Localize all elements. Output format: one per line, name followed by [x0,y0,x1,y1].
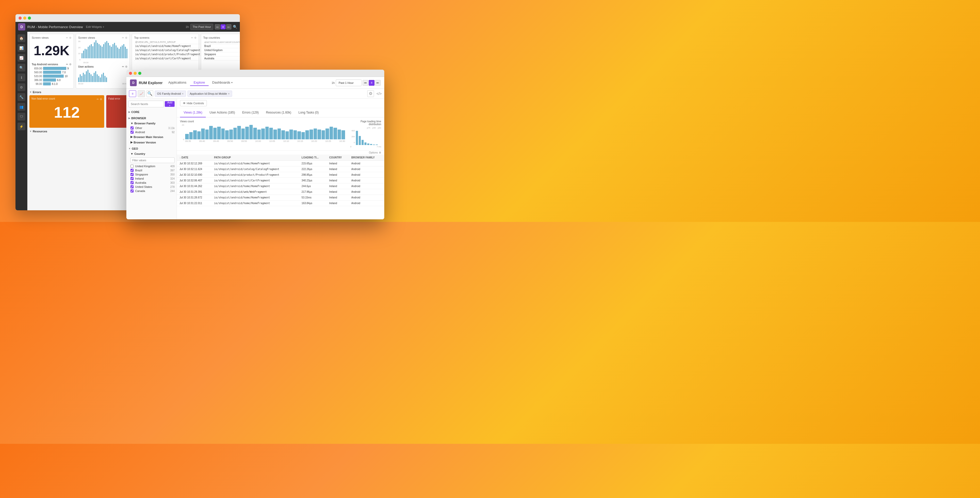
views-xaxis: 09:3509:4009:4509:50 09:5510:0010:0510:1… [185,140,345,142]
close-btn-2[interactable] [129,72,132,75]
date-cell: Jul 30 10:31:44.262 [177,184,212,189]
more-icon[interactable]: ⚙ [69,37,72,39]
android-version-row-4: 386.00 6.0 [32,78,72,81]
sidebar-tools[interactable]: 🔧 [18,93,25,101]
sidebar-dashboard[interactable]: 📊 [18,44,25,52]
browser-version-subsection[interactable]: ▶ Browser Version [126,140,177,145]
country-filter-input[interactable] [130,157,175,163]
th-browser[interactable]: BROWSER FAMILY [349,155,384,161]
settings-btn-2[interactable]: ⚙ [367,90,374,97]
th-date[interactable]: ↓ DATE [177,155,212,161]
screen-views-big-card: Screen views ✏ ⚙ 1.29K Top Android versi… [29,34,74,88]
chart-view-btn[interactable]: 📈 [138,90,145,97]
country-brazil-checkbox[interactable] [130,169,134,172]
app-filter-pill[interactable]: Application Id:Shop.ist Mobile × [188,91,232,97]
table-row[interactable]: Jul 30 10:31:44.262 io/shopist/android/h… [177,184,384,189]
add-facet-btn[interactable]: Add + [165,101,175,107]
pause-btn[interactable]: ⏸ [221,24,226,29]
bar [274,129,277,140]
table-row[interactable]: Jul 30 10:32:11.624 io/shopist/android/c… [177,166,384,172]
tab-views[interactable]: Views (1.28k) [180,108,206,117]
table-row: Singapore137 [203,53,240,56]
th-loading[interactable]: LOADING TI... [299,155,326,161]
close-btn-1[interactable] [19,16,22,20]
browser-header[interactable]: ▶ BROWSER [126,116,177,121]
facet-search-row: Add + [129,101,175,107]
sidebar-settings[interactable]: ⚙ [18,83,25,91]
tab-errors[interactable]: Errors (129) [239,108,262,117]
country-ireland-name: Ireland [135,177,144,180]
country-australia-count: 303 [170,181,175,184]
facets-sidebar: Add + ▶ CORE ▶ BROWSER ▼ Browser [126,99,177,219]
minimize-btn-2[interactable] [134,72,137,75]
card-actions-1: ✏ ⚙ [66,37,72,39]
minimize-btn-1[interactable] [23,16,26,20]
tab-resources[interactable]: Resources (1.60k) [262,108,295,117]
views-bars-container: 09:3509:4009:4509:50 09:5510:0010:0510:1… [185,124,345,142]
nav-dashboards[interactable]: Dashboards ▾ [208,80,236,86]
th-country[interactable]: COUNTRY [326,155,349,161]
country-ireland-checkbox[interactable] [130,177,134,180]
android-version-row-2: 560.00 7.0 [32,71,72,74]
maximize-btn-1[interactable] [28,16,31,20]
options-label[interactable]: Options [369,151,378,154]
country-canada-checkbox[interactable] [130,189,134,193]
bar [342,130,345,139]
browser-family-android-checkbox[interactable] [130,131,134,134]
tab-long-tasks[interactable]: Long Tasks (0) [295,108,322,117]
code-btn[interactable]: </> [377,92,382,96]
sidebar-info[interactable]: ℹ [18,73,25,81]
sidebar-search[interactable]: 🔍 [18,64,25,72]
app-filter-remove[interactable]: × [228,92,229,95]
browser-family-other-checkbox[interactable] [130,126,134,129]
geo-header[interactable]: ▼ GEO [126,146,177,151]
facet-search-input[interactable] [129,101,164,107]
os-filter-pill[interactable]: OS Family:Android × [155,91,186,97]
table-row[interactable]: Jul 30 10:32:10.690 io/shopist/android/p… [177,172,384,178]
search-btn-2[interactable]: 🔍 [146,90,153,97]
browser-main-version-subsection[interactable]: ▶ Browser Main Version [126,134,177,140]
edit-widgets-btn[interactable]: Edit Widgets + [86,25,104,29]
table-row[interactable]: Jul 30 10:31:22.011 io/shopist/android/h… [177,201,384,206]
sidebar-charts[interactable]: 📈 [18,54,25,62]
country-uk-checkbox[interactable] [130,164,134,168]
views-chart-content: 200 09:3509:4009:4509:50 09:5510:0010:05… [180,124,345,142]
table-row[interactable]: Jul 30 10:32:12.269 io/shopist/android/h… [177,161,384,166]
country-subsection[interactable]: ▼ Country [126,151,177,156]
nav-applications[interactable]: Applications [165,80,190,86]
next-btn[interactable]: ⏭ [226,24,231,29]
list-view-btn[interactable]: ≡ [129,90,136,97]
country-australia-checkbox[interactable] [130,181,134,184]
tab-user-actions[interactable]: User Actions (185) [206,108,239,117]
table-row[interactable]: Jul 30 10:31:29.391 io/shopist/android/w… [177,189,384,195]
hide-controls-btn[interactable]: 👁 Hide Controls [180,100,207,106]
sidebar-bolt[interactable]: ⚡ [18,123,25,130]
browser-cell: Android [349,201,384,206]
search-btn[interactable]: 🔍 [233,25,237,29]
maximize-btn-2[interactable] [138,72,141,75]
browser-family-subsection[interactable]: ▼ Browser Family [126,121,177,126]
time-label-2[interactable]: Past 1 Hour [336,80,361,86]
country-singapore-checkbox[interactable] [130,173,134,176]
prev-btn[interactable]: ⏮ [215,24,220,29]
sidebar-shield[interactable]: 🛡 [18,113,25,120]
sidebar-home[interactable]: 🏠 [18,34,25,42]
non-fatal-header: Non fatal error count ✏⚙ [32,97,102,101]
time-selector[interactable]: The Past Hour [190,24,213,30]
table-row[interactable]: Jul 30 10:32:06.407 io/shopist/android/c… [177,178,384,184]
nav-explore[interactable]: Explore [190,80,208,86]
country-brazil-name: Brazil [135,169,142,172]
table-row[interactable]: Jul 30 10:31:28.672 io/shopist/android/h… [177,195,384,201]
core-header[interactable]: ▶ CORE [126,109,177,115]
options-gear-icon[interactable]: ⚙ [379,151,381,154]
window-titlebar-1 [16,14,240,22]
next-btn-2[interactable]: ⏭ [375,80,381,86]
edit-icon[interactable]: ✏ [66,37,68,39]
bar [282,130,285,139]
sidebar-users[interactable]: 👥 [18,103,25,111]
os-filter-remove[interactable]: × [182,92,183,95]
pause-btn-2[interactable]: ⏸ [369,80,374,86]
country-us-checkbox[interactable] [130,185,134,188]
prev-btn-2[interactable]: ⏮ [363,80,368,86]
th-path[interactable]: PATH GROUP [212,155,299,161]
